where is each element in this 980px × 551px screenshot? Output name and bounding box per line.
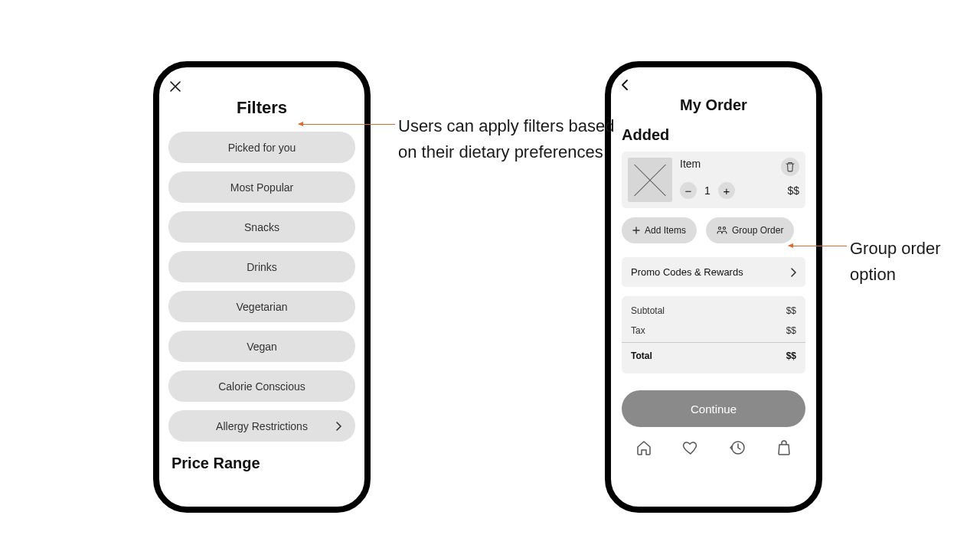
tab-history[interactable] — [727, 438, 747, 458]
home-icon — [635, 439, 652, 456]
plus-icon — [632, 227, 640, 234]
promo-codes-row[interactable]: Promo Codes & Rewards — [622, 257, 805, 287]
promo-label: Promo Codes & Rewards — [631, 266, 743, 278]
filter-option-label: Snacks — [244, 221, 279, 233]
filter-option-vegetarian[interactable]: Vegetarian — [168, 291, 355, 322]
item-image-placeholder — [628, 158, 672, 202]
filter-option-label: Vegetarian — [237, 301, 288, 313]
tax-line: Tax $$ — [631, 321, 796, 341]
tax-value: $$ — [786, 325, 796, 336]
page-title: My Order — [620, 96, 807, 114]
total-label: Total — [631, 350, 652, 361]
decrement-button[interactable]: − — [680, 182, 697, 199]
filter-option-label: Vegan — [247, 341, 277, 353]
filter-option-label: Most Popular — [230, 181, 293, 194]
phone-order-screen: My Order Added Item — [605, 61, 822, 513]
svg-point-0 — [718, 227, 720, 230]
add-items-label: Add Items — [645, 225, 686, 236]
phone-filters-screen: Filters Picked for you Most Popular Snac… — [153, 61, 371, 513]
group-order-label: Group Order — [732, 225, 783, 236]
annotation-arrow — [299, 124, 395, 125]
filter-option-vegan[interactable]: Vegan — [168, 331, 355, 362]
annotation-group-order: Group order option — [850, 236, 980, 288]
group-icon — [717, 226, 727, 235]
item-price: $$ — [787, 184, 799, 197]
trash-icon — [786, 161, 795, 172]
tab-bag[interactable] — [774, 438, 794, 458]
quantity-value: 1 — [704, 184, 710, 197]
filter-option-label: Allergy Restrictions — [216, 420, 308, 432]
filter-option-label: Calorie Conscious — [218, 380, 305, 393]
filter-option-label: Picked for you — [228, 142, 296, 154]
bag-icon — [776, 439, 792, 456]
history-icon — [729, 439, 746, 456]
heart-icon — [682, 440, 699, 455]
totals-box: Subtotal $$ Tax $$ Total $$ — [622, 296, 805, 373]
filter-option-snacks[interactable]: Snacks — [168, 211, 355, 243]
item-name: Item — [680, 158, 701, 170]
annotation-arrow — [789, 246, 847, 246]
filter-option-picked-for-you[interactable]: Picked for you — [168, 132, 355, 163]
total-line: Total $$ — [631, 343, 796, 366]
filter-option-label: Drinks — [247, 261, 277, 273]
chevron-right-icon — [335, 422, 341, 431]
subtotal-line: Subtotal $$ — [631, 301, 796, 321]
tab-home[interactable] — [634, 438, 654, 458]
filter-option-allergy-restrictions[interactable]: Allergy Restrictions — [168, 410, 355, 442]
back-icon[interactable] — [620, 80, 634, 93]
continue-label: Continue — [691, 403, 737, 416]
total-value: $$ — [786, 350, 796, 361]
continue-button[interactable]: Continue — [622, 390, 805, 427]
delete-item-button[interactable] — [781, 158, 799, 176]
svg-point-1 — [723, 227, 725, 230]
add-items-button[interactable]: Add Items — [622, 217, 697, 243]
chevron-right-icon — [790, 268, 796, 277]
plus-icon: + — [723, 185, 730, 197]
minus-icon: − — [685, 185, 692, 197]
tab-favorites[interactable] — [681, 438, 701, 458]
cart-item-row: Item − 1 + $$ — [622, 152, 805, 208]
added-heading: Added — [622, 126, 805, 144]
bottom-tabbar — [620, 438, 807, 458]
increment-button[interactable]: + — [718, 182, 735, 199]
quantity-stepper: − 1 + — [680, 182, 735, 199]
tax-label: Tax — [631, 325, 645, 336]
subtotal-label: Subtotal — [631, 305, 665, 316]
group-order-button[interactable]: Group Order — [706, 217, 794, 243]
close-icon[interactable] — [168, 80, 182, 93]
filter-option-drinks[interactable]: Drinks — [168, 251, 355, 282]
annotation-filters: Users can apply filters based on their d… — [398, 113, 628, 165]
subtotal-value: $$ — [786, 305, 796, 316]
filter-option-calorie-conscious[interactable]: Calorie Conscious — [168, 370, 355, 402]
filter-option-most-popular[interactable]: Most Popular — [168, 171, 355, 203]
price-range-section-label: Price Range — [168, 455, 355, 472]
page-title: Filters — [168, 98, 355, 118]
